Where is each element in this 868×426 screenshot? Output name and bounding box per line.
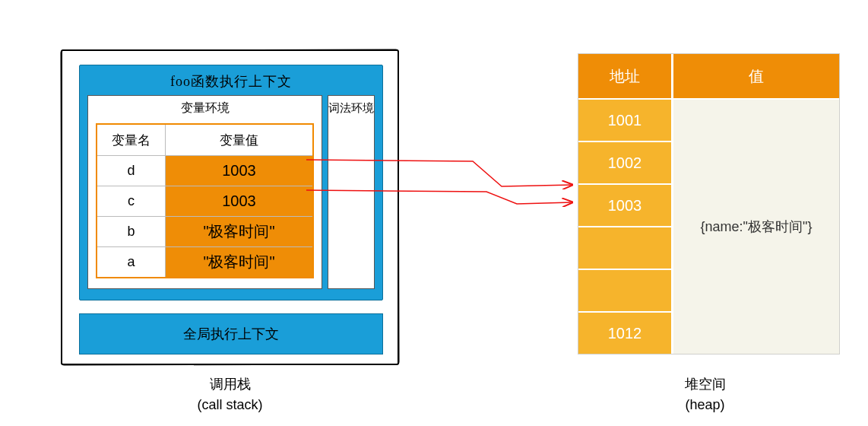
lexical-environment-title: 词法环境	[328, 101, 374, 114]
var-value-cell: "极客时间"	[166, 217, 312, 246]
var-name-cell: d	[97, 156, 166, 186]
heap-address-cell	[578, 269, 673, 311]
table-row: a "极客时间"	[97, 246, 312, 277]
column-header-value: 变量值	[166, 125, 312, 155]
var-value-cell: 1003	[166, 156, 312, 186]
call-stack-frame: foo函数执行上下文 变量环境 变量名 变量值 d 1003	[61, 49, 399, 365]
lexical-environment: 词法环境	[328, 95, 375, 289]
var-value-cell: "极客时间"	[166, 247, 312, 277]
column-header-name: 变量名	[97, 125, 166, 155]
table-row: d 1003	[97, 155, 312, 186]
heap-panel: 地址 值 1001 1002 1003 1012 {name:"极客时间"}	[578, 53, 840, 354]
heap-address-cell	[578, 226, 673, 269]
heap-address-column: 1001 1002 1003 1012	[578, 98, 673, 354]
call-stack-label-en: (call stack)	[61, 395, 399, 415]
call-stack-caption: 调用栈 (call stack)	[61, 374, 399, 415]
variable-environment: 变量环境 变量名 变量值 d 1003 c 1003	[87, 95, 322, 289]
heap-header-address: 地址	[578, 54, 673, 98]
variable-environment-title: 变量环境	[88, 96, 322, 121]
heap-address-cell: 1002	[578, 141, 673, 183]
heap-header-value: 值	[673, 54, 839, 98]
global-execution-context: 全局执行上下文	[79, 313, 383, 354]
var-value-cell: 1003	[166, 186, 312, 216]
table-header-row: 变量名 变量值	[97, 125, 312, 155]
global-context-title: 全局执行上下文	[183, 325, 279, 343]
heap-header-row: 地址 值	[578, 54, 839, 98]
heap-value-column: {name:"极客时间"}	[673, 98, 839, 354]
variable-table: 变量名 变量值 d 1003 c 1003 b	[96, 123, 314, 278]
heap-address-cell: 1001	[578, 98, 673, 141]
foo-execution-context: foo函数执行上下文 变量环境 变量名 变量值 d 1003	[79, 65, 383, 300]
heap-label-zh: 堆空间	[574, 374, 836, 395]
heap-address-cell: 1003	[578, 183, 673, 226]
call-stack-label-zh: 调用栈	[61, 374, 399, 395]
var-name-cell: c	[97, 186, 166, 216]
heap-object-value: {name:"极客时间"}	[701, 218, 813, 236]
heap-address-cell: 1012	[578, 311, 673, 354]
var-name-cell: a	[97, 247, 166, 277]
foo-context-title: foo函数执行上下文	[80, 65, 382, 95]
var-name-cell: b	[97, 217, 166, 246]
heap-label-en: (heap)	[574, 395, 836, 415]
table-row: b "极客时间"	[97, 216, 312, 246]
heap-caption: 堆空间 (heap)	[574, 374, 836, 415]
table-row: c 1003	[97, 186, 312, 216]
